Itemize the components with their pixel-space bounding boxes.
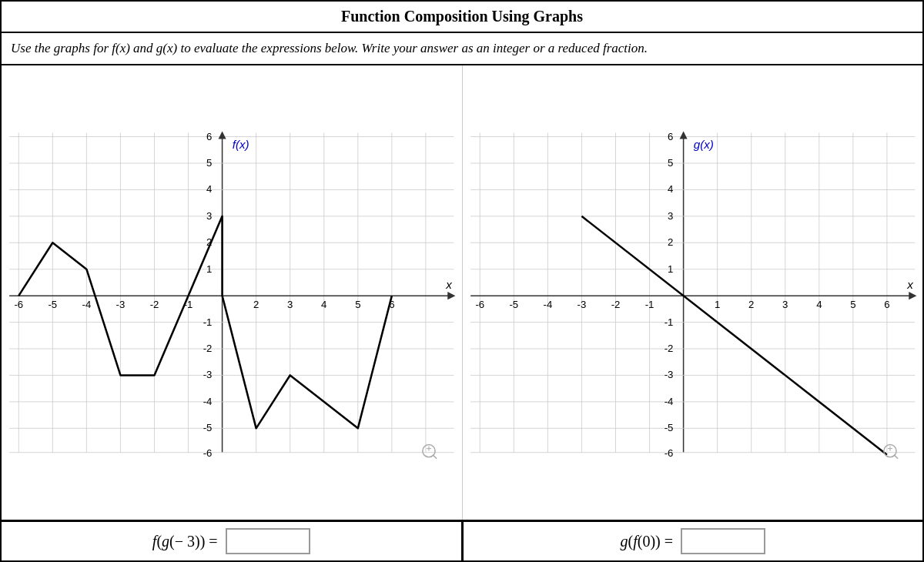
svg-text:-3: -3: [577, 299, 586, 310]
svg-text:1: 1: [206, 263, 212, 275]
svg-text:-3: -3: [116, 299, 126, 310]
svg-text:-5: -5: [48, 299, 57, 310]
svg-text:-2: -2: [203, 343, 213, 354]
svg-text:6: 6: [668, 130, 673, 142]
svg-text:x: x: [445, 278, 453, 291]
svg-text:4: 4: [321, 299, 326, 310]
answers-row: f(g(− 3)) = g(f(0)) =: [2, 520, 922, 560]
svg-text:4: 4: [816, 299, 822, 310]
svg-text:-6: -6: [664, 447, 673, 459]
svg-text:6: 6: [206, 130, 212, 142]
svg-text:-5: -5: [203, 422, 213, 433]
svg-text:-3: -3: [203, 369, 213, 380]
left-graph-panel: 6 5 4 3 2 1 -1 -2 -3 -4 -5 -6 -6 -5 -4 -…: [2, 65, 463, 520]
left-answer-input[interactable]: [226, 528, 310, 554]
left-expression-label: f(g(− 3)) =: [152, 533, 218, 550]
svg-text:2: 2: [668, 236, 673, 248]
right-expression-label: g(f(0)) =: [621, 533, 674, 550]
svg-text:5: 5: [850, 299, 855, 310]
svg-text:5: 5: [206, 157, 212, 169]
page-container: Function Composition Using Graphs Use th…: [0, 0, 924, 562]
svg-text:-4: -4: [82, 299, 92, 310]
answer-left-cell: f(g(− 3)) =: [2, 522, 462, 560]
svg-text:4: 4: [668, 183, 673, 195]
svg-text:-5: -5: [509, 299, 518, 310]
svg-text:-2: -2: [664, 343, 673, 354]
svg-text:-2: -2: [150, 299, 159, 310]
svg-text:-2: -2: [611, 299, 620, 310]
fx-graph: 6 5 4 3 2 1 -1 -2 -3 -4 -5 -6 -6 -5 -4 -…: [2, 65, 462, 520]
svg-text:5: 5: [355, 299, 360, 310]
title-bar: Function Composition Using Graphs: [2, 2, 922, 33]
right-graph-panel: 6 5 4 3 2 1 -1 -2 -3 -4 -5 -6 -6 -5 -4 -…: [463, 65, 923, 520]
svg-text:2: 2: [253, 299, 259, 310]
svg-text:x: x: [906, 278, 914, 291]
svg-rect-1: [2, 125, 462, 460]
svg-text:-6: -6: [203, 447, 213, 459]
svg-text:3: 3: [668, 210, 673, 222]
gx-graph: 6 5 4 3 2 1 -1 -2 -3 -4 -5 -6 -6 -5 -4 -…: [463, 65, 923, 520]
svg-text:-3: -3: [664, 369, 673, 380]
svg-text:-1: -1: [664, 316, 673, 327]
svg-text:-5: -5: [664, 422, 673, 433]
svg-text:4: 4: [206, 183, 212, 195]
right-answer-input[interactable]: [681, 528, 765, 554]
svg-text:3: 3: [782, 299, 788, 310]
graphs-area: 6 5 4 3 2 1 -1 -2 -3 -4 -5 -6 -6 -5 -4 -…: [2, 65, 922, 520]
svg-text:1: 1: [714, 299, 719, 310]
svg-text:-4: -4: [543, 299, 552, 310]
svg-text:-1: -1: [203, 316, 213, 327]
svg-text:g(x): g(x): [693, 138, 713, 151]
instructions: Use the graphs for f(x) and g(x) to eval…: [2, 33, 922, 65]
svg-text:-4: -4: [203, 396, 213, 407]
svg-text:5: 5: [668, 157, 673, 169]
answer-right-cell: g(f(0)) =: [464, 522, 923, 560]
svg-text:3: 3: [287, 299, 293, 310]
page-title: Function Composition Using Graphs: [341, 8, 583, 25]
svg-rect-59: [463, 125, 923, 460]
svg-text:3: 3: [206, 210, 212, 222]
instructions-text: Use the graphs for f(x) and g(x) to eval…: [11, 41, 648, 55]
svg-text:2: 2: [748, 299, 754, 310]
svg-text:-6: -6: [14, 299, 23, 310]
svg-text:-4: -4: [664, 396, 673, 407]
svg-text:-1: -1: [644, 299, 654, 310]
svg-text:-6: -6: [475, 299, 484, 310]
svg-text:6: 6: [884, 299, 889, 310]
svg-text:1: 1: [668, 263, 673, 275]
svg-text:f(x): f(x): [233, 138, 249, 151]
